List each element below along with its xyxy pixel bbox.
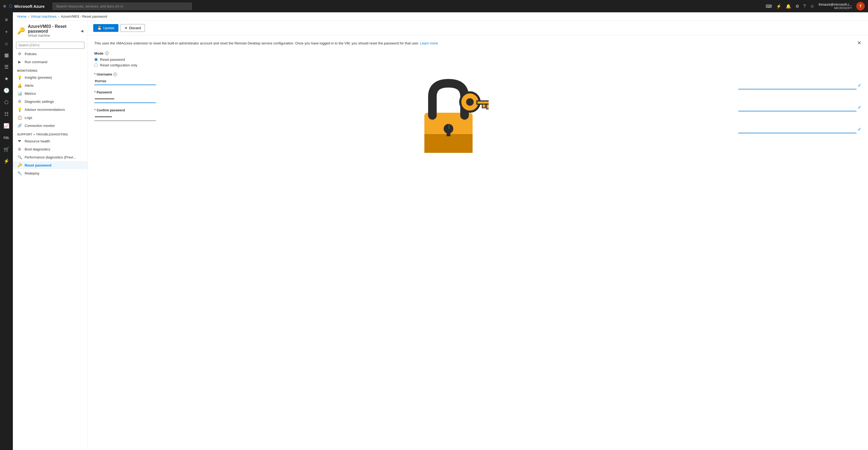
sidebar-item-alerts[interactable]: 🔔 Alerts <box>13 82 88 89</box>
performance-diagnostics-icon: 🔍 <box>17 155 22 159</box>
update-icon: 💾 <box>97 26 101 30</box>
reset-password-radio[interactable]: Reset password <box>94 58 862 62</box>
user-email: thmaure@microsoft.c... <box>819 3 852 6</box>
sidebar-item-diagnostic[interactable]: ⚙ Diagnostic settings <box>13 97 88 105</box>
sidebar-extensions-icon[interactable]: ⚡ <box>1 156 12 166</box>
settings-icon[interactable]: ⚙ <box>796 4 799 9</box>
sidebar-dashboard-icon[interactable]: ▦ <box>1 50 12 61</box>
topbar-brand: ⬡ Microsoft Azure <box>9 4 45 8</box>
sidebar-item-performance-diagnostics[interactable]: 🔍 Performance diagnostics (Previ... <box>13 153 88 161</box>
sidebar-home-icon[interactable]: ⌂ <box>1 38 12 49</box>
form-illustration-row: * Username i * Password <box>94 72 862 156</box>
sidebar-expand-btn[interactable]: ≡ <box>1 14 12 25</box>
username-input[interactable] <box>94 77 156 85</box>
mode-info-icon: i <box>105 52 109 55</box>
logs-icon: 📋 <box>17 116 22 120</box>
mode-text: Mode <box>94 52 103 56</box>
run-command-icon: ▶ <box>17 60 22 64</box>
info-text: This uses the VMAccess extension to rese… <box>94 41 862 46</box>
sidebar-favorites-icon[interactable]: ★ <box>1 73 12 84</box>
advisor-icon: 💡 <box>17 107 22 111</box>
sidebar-new-icon[interactable]: ＋ <box>1 26 12 37</box>
password-field-group: * Password <box>94 91 169 103</box>
svg-point-6 <box>466 98 474 106</box>
confirm-required-star: * <box>94 108 96 112</box>
username-info-icon: i <box>113 72 117 76</box>
update-label: Update <box>103 26 114 30</box>
username-right-input[interactable] <box>738 82 857 89</box>
sidebar-item-reset-password[interactable]: 🔑 Reset password <box>13 161 88 169</box>
left-nav-vm-title: AzureVM03 - Reset password <box>28 24 78 34</box>
sidebar-item-insights[interactable]: 💡 Insights (preview) <box>13 73 88 82</box>
password-required-star: * <box>94 91 96 94</box>
confirm-check-icon: ✓ <box>858 126 862 132</box>
sidebar-item-resource-health[interactable]: ❤ Resource health <box>13 137 88 145</box>
info-text-content: This uses the VMAccess extension to rese… <box>94 41 420 45</box>
sidebar-item-run-command[interactable]: ▶ Run command <box>13 58 88 66</box>
confirm-password-field-group: * Confirm password <box>94 108 169 121</box>
search-input[interactable] <box>53 3 192 10</box>
brand-name: Microsoft Azure <box>14 4 45 8</box>
content-body: ✕ This uses the VMAccess extension to re… <box>88 35 868 161</box>
discard-button[interactable]: ✕ Discard <box>121 24 145 32</box>
form-right: ✓ ✓ ✓ <box>738 72 862 156</box>
username-check-icon: ✓ <box>858 83 862 88</box>
boot-diagnostics-label: Boot diagnostics <box>25 147 50 151</box>
svg-text:I: I <box>448 123 450 130</box>
update-button[interactable]: 💾 Update <box>93 24 118 32</box>
left-nav-search <box>13 41 88 50</box>
left-nav-title-group: AzureVM03 - Reset password Virtual machi… <box>28 24 78 37</box>
password-label: * Password <box>94 91 169 94</box>
smiley-icon[interactable]: ☺ <box>810 4 814 8</box>
notification-icon[interactable]: 🔔 <box>786 4 791 9</box>
sidebar-item-policies[interactable]: ⚙ Policies <box>13 50 88 58</box>
diagnostic-icon: ⚙ <box>17 99 22 104</box>
nav-search-input[interactable] <box>16 42 84 49</box>
sidebar-item-logs[interactable]: 📋 Logs <box>13 114 88 122</box>
sidebar-list-icon[interactable]: ☰ <box>1 62 12 72</box>
sidebar-recent-icon[interactable]: 🕐 <box>1 85 12 96</box>
insights-icon: 💡 <box>17 75 22 79</box>
reset-config-radio-input[interactable] <box>94 63 98 67</box>
left-nav-vm-subtitle: Virtual machine <box>28 34 78 37</box>
sidebar-resource-groups-icon[interactable]: ⬡ <box>1 97 12 107</box>
username-required-star: * <box>94 72 96 76</box>
sidebar-item-metrics[interactable]: 📊 Metrics <box>13 89 88 97</box>
metrics-label: Metrics <box>25 92 36 96</box>
sidebar-monitor-icon[interactable]: 📈 <box>1 121 12 131</box>
form-left: * Username i * Password <box>94 72 169 156</box>
user-org: MICROSOFT <box>834 6 852 10</box>
azure-logo-icon: ⬡ <box>9 4 12 8</box>
password-right-input[interactable] <box>738 104 857 111</box>
boot-diagnostics-icon: 🖥 <box>17 147 22 151</box>
sidebar-item-boot-diagnostics[interactable]: 🖥 Boot diagnostics <box>13 145 88 153</box>
cloud-shell-icon[interactable]: ⌨ <box>766 4 772 9</box>
reset-password-radio-input[interactable] <box>94 58 98 61</box>
feedback-icon[interactable]: ⚡ <box>776 4 781 9</box>
sidebar-item-advisor[interactable]: 💡 Advisor recommendations <box>13 105 88 114</box>
confirm-password-input[interactable] <box>94 113 156 121</box>
diagnostic-label: Diagnostic settings <box>25 100 54 104</box>
confirm-right-input[interactable] <box>738 126 857 133</box>
sidebar-marketplace-icon[interactable]: 🛒 <box>1 144 12 155</box>
avatar[interactable]: T <box>856 2 865 10</box>
breadcrumb-sep-1: › <box>28 14 29 19</box>
resource-health-icon: ❤ <box>17 139 22 143</box>
sidebar-item-connection-monitor[interactable]: 🔗 Connection monitor <box>13 122 88 130</box>
breadcrumb-home[interactable]: Home <box>17 14 27 19</box>
topbar-expand-icon[interactable]: ≡ <box>3 3 6 9</box>
help-icon[interactable]: ? <box>803 4 806 8</box>
sidebar-all-resources-icon[interactable]: ☷ <box>1 109 12 119</box>
sidebar-sql-icon[interactable]: SQL <box>1 132 12 143</box>
collapse-nav-btn[interactable]: ◀ <box>81 29 83 33</box>
svg-rect-7 <box>477 101 489 104</box>
close-button[interactable]: ✕ <box>855 37 864 48</box>
sidebar-item-redeploy[interactable]: 🔧 Redeploy <box>13 169 88 177</box>
reset-config-radio[interactable]: Reset configuration only <box>94 63 862 67</box>
password-input[interactable] <box>94 95 156 103</box>
learn-more-link[interactable]: Learn more <box>420 41 438 45</box>
main-layout: ≡ ＋ ⌂ ▦ ☰ ★ 🕐 ⬡ ☷ 📈 SQL 🛒 ⚡ Home › Virtu… <box>0 12 868 450</box>
left-nav: 🔑 AzureVM03 - Reset password Virtual mac… <box>13 21 88 450</box>
user-info: thmaure@microsoft.c... MICROSOFT <box>819 3 852 10</box>
breadcrumb-vms[interactable]: Virtual machines <box>31 14 57 19</box>
